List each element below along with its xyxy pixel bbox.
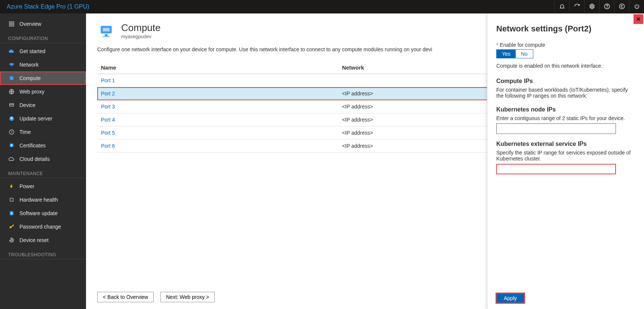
copyright-icon [619, 3, 625, 10]
sidebar-item-cloud-details[interactable]: Cloud details [0, 152, 86, 166]
sidebar-item-label: Password change [19, 224, 61, 230]
k8s-svc-heading: Kubernetes external service IPs [496, 141, 635, 147]
sidebar-item-label: Update server [19, 116, 52, 122]
sidebar-item-network[interactable]: Network [0, 58, 86, 71]
close-icon[interactable]: ✕ [634, 15, 643, 23]
sidebar-section-troubleshooting: TROUBLESHOOTING [0, 247, 86, 259]
svg-rect-10 [10, 76, 13, 80]
panel-title: Network settings (Port2) [496, 24, 635, 34]
sidebar-item-compute[interactable]: Compute [0, 71, 86, 85]
sidebar-item-password-change[interactable]: Password change [0, 220, 86, 233]
back-button[interactable]: < Back to Overview [97, 292, 154, 302]
refresh-button[interactable] [569, 0, 584, 13]
globe-icon [8, 88, 15, 95]
sidebar-item-label: Hardware health [19, 197, 58, 203]
svg-point-16 [11, 144, 12, 146]
enable-compute-label: * Enable for compute [496, 42, 635, 48]
sidebar-item-update-server[interactable]: Update server [0, 112, 86, 125]
k8s-node-desc: Enter a contiguous range of 2 static IPs… [496, 115, 635, 121]
port-link[interactable]: Port 3 [101, 104, 115, 110]
svg-point-19 [10, 226, 12, 228]
sidebar-item-web-proxy[interactable]: Web proxy [0, 85, 86, 98]
svg-rect-8 [10, 63, 14, 65]
svg-rect-4 [9, 22, 11, 24]
compute-icon [8, 75, 15, 82]
sidebar-item-label: Device [19, 102, 36, 108]
topbar-tools [554, 0, 644, 13]
k8s-node-heading: Kubernetes node IPs [496, 106, 635, 113]
sidebar-item-label: Time [19, 129, 31, 135]
product-title: Azure Stack Edge Pro (1 GPU) [7, 3, 89, 10]
svg-rect-22 [105, 34, 107, 36]
sidebar: Overview CONFIGURATION Get started Netwo… [0, 13, 86, 309]
cloud-gear-icon [8, 156, 15, 162]
k8s-service-ips-input[interactable] [496, 164, 616, 174]
network-icon [8, 61, 15, 68]
enable-compute-toggle: Yes No [496, 49, 533, 58]
sidebar-item-certificates[interactable]: Certificates [0, 139, 86, 152]
sidebar-item-hardware-health[interactable]: Hardware health [0, 193, 86, 206]
copyright-button[interactable] [614, 0, 629, 13]
svg-rect-9 [11, 66, 12, 66]
device-icon [8, 102, 15, 108]
svg-rect-17 [10, 198, 13, 201]
power-button[interactable] [629, 0, 644, 13]
port-link[interactable]: Port 2 [101, 91, 115, 97]
col-name: Name [97, 61, 338, 74]
sidebar-item-device[interactable]: Device [0, 98, 86, 112]
notifications-button[interactable] [554, 0, 569, 13]
svg-rect-5 [12, 22, 14, 24]
enabled-message: Compute is enabled on this network inter… [496, 63, 635, 69]
cloud-icon [8, 48, 15, 55]
settings-button[interactable] [584, 0, 599, 13]
sidebar-item-time[interactable]: Time [0, 125, 86, 139]
compute-ips-heading: Compute IPs [496, 78, 635, 85]
sidebar-item-get-started[interactable]: Get started [0, 45, 86, 58]
sidebar-section-config: CONFIGURATION [0, 31, 86, 43]
network-settings-panel: ✕ Network settings (Port2) * Enable for … [487, 13, 644, 309]
sidebar-item-power[interactable]: Power [0, 180, 86, 193]
bell-icon [559, 3, 565, 10]
svg-point-3 [619, 4, 624, 9]
svg-point-0 [591, 6, 593, 7]
page-title: Compute [121, 22, 161, 34]
sidebar-item-label: Cloud details [19, 156, 50, 162]
clock-icon [8, 129, 15, 135]
next-button[interactable]: Next: Web proxy > [160, 292, 215, 302]
footer-buttons: < Back to Overview Next: Web proxy > [97, 292, 215, 302]
port-link[interactable]: Port 5 [101, 130, 115, 136]
compute-page-icon [97, 22, 115, 40]
port-link[interactable]: Port 6 [101, 143, 115, 149]
help-button[interactable] [599, 0, 614, 13]
sidebar-item-software-update[interactable]: Software update [0, 206, 86, 220]
chip-icon [8, 196, 15, 203]
compute-ips-desc: For container based workloads (IoT/Kuber… [496, 87, 635, 99]
topbar: Azure Stack Edge Pro (1 GPU) [0, 0, 644, 13]
port-link[interactable]: Port 4 [101, 117, 115, 123]
main-content: Compute myasegpudev Configure one networ… [86, 13, 644, 309]
sidebar-item-label: Compute [19, 75, 41, 81]
sidebar-item-label: Network [19, 62, 39, 68]
svg-rect-7 [12, 24, 14, 26]
bolt-icon [8, 183, 15, 190]
sidebar-item-label: Software update [19, 210, 58, 216]
sidebar-item-overview[interactable]: Overview [0, 17, 86, 31]
overview-icon [8, 21, 15, 27]
sidebar-section-maintenance: MAINTENANCE [0, 166, 86, 178]
svg-rect-21 [103, 28, 110, 31]
sidebar-item-device-reset[interactable]: Device reset [0, 233, 86, 247]
download-icon [8, 210, 15, 217]
sidebar-item-label: Certificates [19, 143, 46, 149]
port-link[interactable]: Port 1 [101, 77, 115, 83]
svg-rect-23 [103, 36, 110, 37]
k8s-node-ips-input[interactable] [496, 123, 616, 134]
sidebar-item-label: Power [19, 183, 34, 189]
sidebar-item-label: Device reset [19, 237, 49, 243]
power-icon [634, 3, 640, 10]
svg-rect-6 [9, 24, 11, 26]
k8s-svc-desc: Specify the static IP range for services… [496, 150, 635, 162]
toggle-no[interactable]: No [516, 50, 533, 58]
toggle-yes[interactable]: Yes [497, 50, 516, 58]
help-icon [604, 3, 610, 10]
apply-button[interactable]: Apply [496, 293, 524, 303]
